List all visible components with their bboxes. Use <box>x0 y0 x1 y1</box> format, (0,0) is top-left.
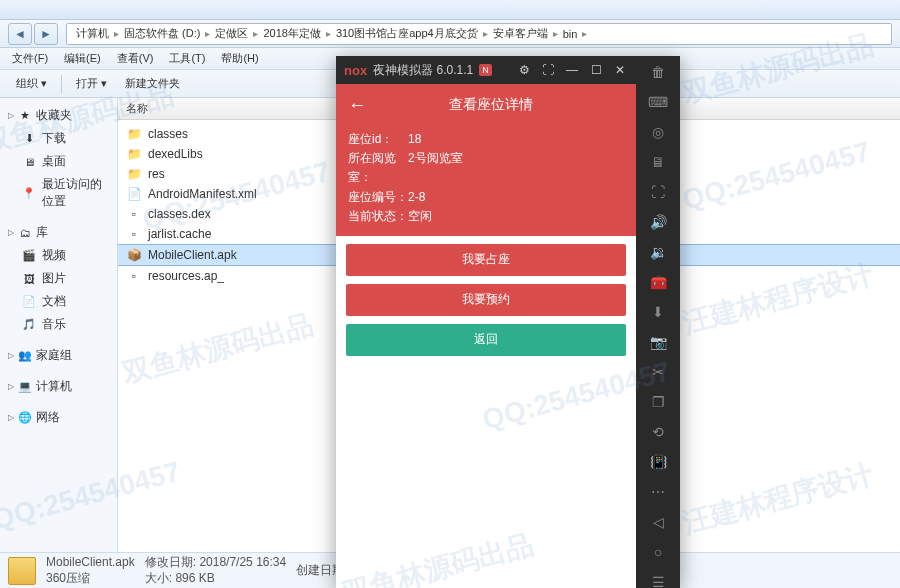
chevron-right-icon: ▸ <box>582 28 587 39</box>
back-nav-icon[interactable]: ◁ <box>648 514 668 530</box>
scissors-icon[interactable]: ✂ <box>648 364 668 380</box>
status-modified: 2018/7/25 16:34 <box>199 555 286 569</box>
sidebar-libraries-header[interactable]: ▷🗂库 <box>0 221 117 244</box>
file-icon: 📁 <box>126 126 142 142</box>
sidebar-favorites-header[interactable]: ▷★收藏夹 <box>0 104 117 127</box>
file-icon: 📁 <box>126 166 142 182</box>
breadcrumb-item[interactable]: 310图书馆占座app4月底交货 <box>333 24 481 43</box>
file-name: classes.dex <box>148 207 211 221</box>
nav-forward-button[interactable]: ► <box>34 23 58 45</box>
shake-icon[interactable]: 📳 <box>648 454 668 470</box>
emulator-window: nox 夜神模拟器 6.0.1.1 N ⚙ ⛶ — ☐ ✕ ← 查看座位详情 座… <box>336 56 680 588</box>
emulator-badge: N <box>479 64 492 76</box>
info-row: 座位id：18 <box>348 130 624 149</box>
sidebar-item[interactable]: ⬇下载 <box>0 127 117 150</box>
return-button[interactable]: 返回 <box>346 324 626 356</box>
file-icon: 📄 <box>126 186 142 202</box>
file-type-icon <box>8 557 36 585</box>
emulator-close-icon[interactable]: ✕ <box>612 62 628 78</box>
chevron-right-icon: ▸ <box>483 28 488 39</box>
breadcrumb-item[interactable]: 定做区 <box>212 24 251 43</box>
emulator-expand-icon[interactable]: ⛶ <box>540 62 556 78</box>
keyboard-icon[interactable]: ⌨ <box>648 94 668 110</box>
volume-down-icon[interactable]: 🔉 <box>648 244 668 260</box>
screenshot-icon[interactable]: 📷 <box>648 334 668 350</box>
sidebar-item[interactable]: 🎬视频 <box>0 244 117 267</box>
seat-info-panel: 座位id：18所在阅览室：2号阅览室座位编号：2-8当前状态：空闲 <box>336 126 636 236</box>
emulator-maximize-icon[interactable]: ☐ <box>588 62 604 78</box>
file-icon: 📦 <box>126 247 142 263</box>
emulator-settings-icon[interactable]: ⚙ <box>516 62 532 78</box>
file-name: resources.ap_ <box>148 269 224 283</box>
file-name: res <box>148 167 165 181</box>
chevron-right-icon: ▸ <box>114 28 119 39</box>
info-row: 所在阅览室：2号阅览室 <box>348 149 624 187</box>
trash-icon[interactable]: 🗑 <box>648 64 668 80</box>
chevron-right-icon: ▸ <box>205 28 210 39</box>
breadcrumb-item[interactable]: 固态软件盘 (D:) <box>121 24 203 43</box>
sidebar-item[interactable]: 📄文档 <box>0 290 117 313</box>
menu-edit[interactable]: 编辑(E) <box>58 49 107 68</box>
breadcrumb[interactable]: 计算机▸固态软件盘 (D:)▸定做区▸2018年定做▸310图书馆占座app4月… <box>66 23 892 45</box>
address-bar: ◄ ► 计算机▸固态软件盘 (D:)▸定做区▸2018年定做▸310图书馆占座a… <box>0 20 900 48</box>
file-name: MobileClient.apk <box>148 248 237 262</box>
nav-back-button[interactable]: ◄ <box>8 23 32 45</box>
home-nav-icon[interactable]: ○ <box>648 544 668 560</box>
reserve-seat-button[interactable]: 我要预约 <box>346 284 626 316</box>
more-icon[interactable]: ⋯ <box>648 484 668 500</box>
file-name: dexedLibs <box>148 147 203 161</box>
sidebar-item[interactable]: 🎵音乐 <box>0 313 117 336</box>
file-name: classes <box>148 127 188 141</box>
emulator-screen: ← 查看座位详情 座位id：18所在阅览室：2号阅览室座位编号：2-8当前状态：… <box>336 84 636 588</box>
emulator-sidebar: 🗑 ⌨ ◎ 🖥 ⛶ 🔊 🔉 🧰 ⬇ 📷 ✂ ❐ ⟲ 📳 ⋯ ◁ ○ ☰ <box>636 56 680 588</box>
file-icon: ▫ <box>126 226 142 242</box>
window-titlebar <box>0 0 900 20</box>
menu-tools[interactable]: 工具(T) <box>163 49 211 68</box>
sidebar-computer-header[interactable]: ▷💻计算机 <box>0 375 117 398</box>
sidebar-item[interactable]: 🖥桌面 <box>0 150 117 173</box>
breadcrumb-item[interactable]: 安卓客户端 <box>490 24 551 43</box>
sidebar-homegroup-header[interactable]: ▷👥家庭组 <box>0 344 117 367</box>
separator <box>61 75 62 93</box>
emulator-titlebar[interactable]: nox 夜神模拟器 6.0.1.1 N ⚙ ⛶ — ☐ ✕ <box>336 56 636 84</box>
status-size: 896 KB <box>175 571 214 585</box>
recent-nav-icon[interactable]: ☰ <box>648 574 668 588</box>
sidebar-item[interactable]: 🖼图片 <box>0 267 117 290</box>
apk-icon[interactable]: ⬇ <box>648 304 668 320</box>
emulator-logo: nox <box>344 63 367 78</box>
menu-file[interactable]: 文件(F) <box>6 49 54 68</box>
status-filename: MobileClient.apk <box>46 555 135 571</box>
location-icon[interactable]: ◎ <box>648 124 668 140</box>
app-header: ← 查看座位详情 <box>336 84 636 126</box>
chevron-right-icon: ▸ <box>326 28 331 39</box>
rotate-icon[interactable]: ⟲ <box>648 424 668 440</box>
back-icon[interactable]: ← <box>348 95 366 116</box>
sidebar-network-header[interactable]: ▷🌐网络 <box>0 406 117 429</box>
menu-view[interactable]: 查看(V) <box>111 49 160 68</box>
fullscreen-icon[interactable]: ⛶ <box>648 184 668 200</box>
chevron-right-icon: ▸ <box>553 28 558 39</box>
volume-up-icon[interactable]: 🔊 <box>648 214 668 230</box>
breadcrumb-item[interactable]: 2018年定做 <box>260 24 323 43</box>
toolbar-open[interactable]: 打开 ▾ <box>68 73 115 94</box>
breadcrumb-item[interactable]: 计算机 <box>73 24 112 43</box>
app-title: 查看座位详情 <box>378 96 604 114</box>
info-row: 座位编号：2-8 <box>348 188 624 207</box>
multi-instance-icon[interactable]: ❐ <box>648 394 668 410</box>
breadcrumb-item[interactable]: bin <box>560 26 581 42</box>
file-icon: ▫ <box>126 206 142 222</box>
toolbar-newfolder[interactable]: 新建文件夹 <box>117 73 188 94</box>
emulator-minimize-icon[interactable]: — <box>564 62 580 78</box>
info-row: 当前状态：空闲 <box>348 207 624 226</box>
file-name: jarlist.cache <box>148 227 211 241</box>
status-filetype: 360压缩 <box>46 571 135 587</box>
menu-help[interactable]: 帮助(H) <box>215 49 264 68</box>
toolbox-icon[interactable]: 🧰 <box>648 274 668 290</box>
occupy-seat-button[interactable]: 我要占座 <box>346 244 626 276</box>
toolbar-organize[interactable]: 组织 ▾ <box>8 73 55 94</box>
file-icon: 📁 <box>126 146 142 162</box>
sidebar: ▷★收藏夹 ⬇下载🖥桌面📍最近访问的位置 ▷🗂库 🎬视频🖼图片📄文档🎵音乐 ▷👥… <box>0 98 118 552</box>
file-name: AndroidManifest.xml <box>148 187 257 201</box>
my-computer-icon[interactable]: 🖥 <box>648 154 668 170</box>
sidebar-item[interactable]: 📍最近访问的位置 <box>0 173 117 213</box>
